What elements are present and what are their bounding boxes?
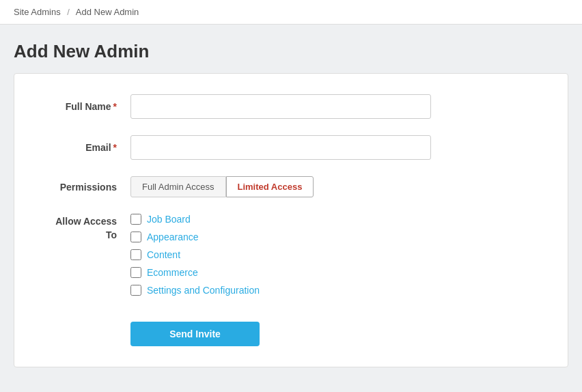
access-row: Allow AccessTo Job Board Appearance Cont… [42,214,540,346]
full-name-row: Full Name* [42,94,540,119]
permissions-row: Permissions Full Admin Access Limited Ac… [42,176,540,197]
permissions-group: Full Admin Access Limited Access [130,176,314,197]
send-invite-button[interactable]: Send Invite [130,322,260,346]
checkbox-settings-input[interactable] [130,285,141,296]
full-admin-access-button[interactable]: Full Admin Access [130,176,226,197]
checkbox-appearance-label: Appearance [147,232,199,242]
breadcrumb-current: Add New Admin [76,7,139,17]
breadcrumb-bar: Site Admins / Add New Admin [0,0,582,25]
form-card: Full Name* Email* Permissions Full Admin… [14,73,568,367]
email-label: Email* [42,142,130,153]
checkbox-jobboard-label: Job Board [147,214,191,225]
required-star-name: * [113,101,117,112]
email-row: Email* [42,135,540,160]
checkbox-content-label: Content [147,249,180,260]
full-name-input[interactable] [130,94,431,119]
required-star-email: * [113,142,117,153]
access-label: Allow AccessTo [42,214,130,242]
full-name-label: Full Name* [42,101,130,112]
checkbox-content-input[interactable] [130,249,141,260]
checkbox-appearance-input[interactable] [130,232,141,242]
checkbox-ecommerce-label: Ecommerce [147,267,198,278]
checkbox-jobboard[interactable]: Job Board [130,214,260,225]
limited-access-button[interactable]: Limited Access [226,176,314,197]
breadcrumb-separator: / [67,7,70,17]
checkbox-appearance[interactable]: Appearance [130,232,260,242]
permissions-label: Permissions [42,182,130,193]
checkbox-jobboard-input[interactable] [130,214,141,225]
email-input[interactable] [130,135,431,160]
checkbox-ecommerce-input[interactable] [130,267,141,278]
checkbox-ecommerce[interactable]: Ecommerce [130,267,260,278]
checkbox-settings[interactable]: Settings and Configuration [130,285,260,296]
breadcrumb-parent[interactable]: Site Admins [14,7,61,17]
checkboxes-list: Job Board Appearance Content Ecommerce S… [130,214,260,346]
checkbox-settings-label: Settings and Configuration [147,285,260,296]
checkbox-content[interactable]: Content [130,249,260,260]
page-title: Add New Admin [14,41,568,62]
page-header: Add New Admin [0,25,582,73]
